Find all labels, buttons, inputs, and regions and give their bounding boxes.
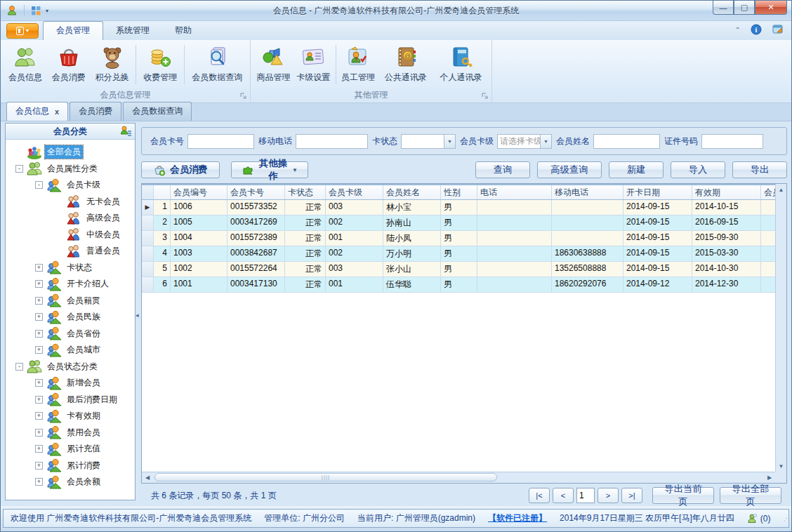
table-cell[interactable]: 正常 (285, 246, 326, 261)
column-header[interactable]: 性别 (441, 185, 477, 199)
table-cell[interactable]: 1004 (171, 231, 227, 246)
ribbon-employee-management-button[interactable]: 员工管理 (338, 42, 378, 84)
tree-item-20[interactable]: +会员余额 (6, 474, 135, 491)
table-cell[interactable]: 2014-10-30 (692, 262, 761, 277)
table-cell[interactable]: 伍华聪 (383, 277, 441, 292)
id-number-input[interactable] (701, 134, 763, 149)
tree-item-7[interactable]: +卡状态 (6, 260, 135, 277)
ribbon-public-contacts-button[interactable]: @ 公共通讯录 (378, 42, 433, 84)
table-cell[interactable]: 1003 (171, 246, 227, 261)
ribbon-points-exchange-button[interactable]: 积分兑换 (91, 42, 134, 84)
table-row[interactable]: 310040015572389正常001陆小凤男2014-09-152015-0… (142, 231, 775, 246)
column-header[interactable]: 会员姓名 (383, 185, 441, 199)
card-level-select[interactable]: 请选择卡级 ▼ (497, 134, 552, 149)
column-header[interactable]: 会员编号 (171, 185, 227, 199)
table-cell[interactable] (477, 262, 552, 277)
table-cell[interactable]: 正常 (285, 262, 326, 277)
tab-system-management[interactable]: 系统管理 (103, 22, 162, 40)
mobile-phone-input[interactable] (296, 134, 368, 149)
table-cell[interactable]: 林小宝 (383, 200, 441, 215)
tree-item-12[interactable]: +会员城市 (6, 342, 135, 359)
table-row[interactable]: 510020015572264正常003张小山男135265088882014-… (142, 262, 775, 277)
table-cell[interactable]: 13526508888 (552, 262, 623, 277)
collapse-ribbon-icon[interactable]: ⌃ (735, 26, 741, 34)
scroll-left-icon[interactable]: ◀ (142, 472, 153, 483)
maximize-button[interactable]: ▢ (734, 1, 755, 15)
expand-icon[interactable]: + (35, 280, 43, 288)
table-cell[interactable]: 正常 (285, 215, 326, 230)
table-cell[interactable]: 18620292076 (552, 277, 623, 292)
tree-item-9[interactable]: +会员籍贯 (6, 293, 135, 310)
tree-item-2[interactable]: -会员卡级 (6, 177, 135, 194)
dialog-launcher-icon[interactable] (240, 93, 247, 100)
tree-item-15[interactable]: +最后消费日期 (6, 392, 135, 408)
table-cell[interactable]: 1005 (171, 215, 227, 230)
expand-icon[interactable]: + (35, 297, 43, 305)
table-cell[interactable]: 正常 (285, 231, 326, 246)
expand-icon[interactable]: + (35, 264, 43, 272)
scroll-down-icon[interactable]: ▼ (776, 460, 786, 472)
table-cell[interactable]: 0003417130 (227, 277, 285, 292)
column-header[interactable]: 会员卡级 (326, 185, 383, 199)
tree-item-5[interactable]: 中级会员 (6, 227, 135, 244)
tree-item-14[interactable]: +新增会员 (6, 375, 135, 392)
doc-tab-member-consume[interactable]: 会员消费 (70, 102, 121, 121)
table-cell[interactable]: 2014-09-15 (623, 231, 692, 246)
tab-help[interactable]: 帮助 (162, 22, 204, 40)
tab-member-management[interactable]: 会员管理 (43, 21, 103, 40)
table-cell[interactable]: 0015572264 (227, 262, 285, 277)
table-cell[interactable]: 18630638888 (552, 246, 623, 261)
page-number-input[interactable] (576, 488, 595, 503)
table-row[interactable]: 210050003417269正常002孙南山男2014-09-152016-0… (142, 215, 775, 231)
scroll-up-icon[interactable]: ▲ (776, 184, 786, 195)
dropdown-icon[interactable]: ▼ (540, 135, 551, 148)
scrollbar-thumb[interactable] (154, 473, 497, 481)
table-cell[interactable]: 2015-09-30 (692, 231, 761, 246)
table-cell[interactable]: 003 (326, 200, 383, 215)
table-cell[interactable]: 孙南山 (383, 215, 441, 230)
expand-icon[interactable]: + (35, 478, 43, 486)
table-cell[interactable]: 0003842687 (227, 246, 285, 261)
table-cell[interactable] (552, 200, 623, 215)
info-icon[interactable]: i (751, 24, 762, 35)
table-cell[interactable] (477, 231, 552, 246)
query-button[interactable]: 查询 (475, 161, 530, 178)
tree-item-0[interactable]: 全部会员 (6, 144, 135, 161)
scroll-right-icon[interactable]: ▶ (764, 472, 775, 483)
table-cell[interactable] (761, 262, 775, 277)
ribbon-goods-management-button[interactable]: 商品管理 (253, 42, 293, 84)
dialog-launcher-icon[interactable] (482, 93, 489, 100)
tree-item-1[interactable]: -会员属性分类 (6, 161, 135, 178)
doc-tab-member-data-query[interactable]: 会员数据查询 (123, 102, 192, 121)
resize-grip[interactable]: ⋰ (783, 514, 791, 522)
table-cell[interactable]: 002 (326, 246, 383, 261)
first-page-button[interactable]: |< (529, 488, 550, 503)
dropdown-icon[interactable]: ▼ (444, 135, 455, 148)
table-cell[interactable]: 0015573352 (227, 200, 285, 215)
card-number-input[interactable] (187, 134, 254, 149)
expand-icon[interactable]: + (35, 396, 43, 404)
last-page-button[interactable]: >| (621, 488, 642, 503)
table-cell[interactable] (761, 277, 775, 292)
collapse-icon[interactable]: - (35, 181, 43, 189)
table-cell[interactable] (761, 200, 775, 215)
table-cell[interactable]: 2014-09-15 (623, 200, 692, 215)
card-status-select[interactable]: ▼ (401, 134, 456, 149)
table-cell[interactable]: 2014-09-15 (623, 246, 692, 261)
table-cell[interactable]: 2015-03-30 (692, 246, 761, 261)
table-cell[interactable]: 2014-10-15 (692, 200, 761, 215)
column-header[interactable]: 会员卡号 (227, 185, 285, 199)
tree-item-17[interactable]: +禁用会员 (6, 425, 135, 441)
table-cell[interactable] (552, 215, 623, 230)
tree-item-18[interactable]: +累计充值 (6, 441, 135, 458)
expand-icon[interactable]: + (35, 462, 43, 470)
table-cell[interactable]: 001 (326, 231, 383, 246)
table-cell[interactable]: 男 (441, 215, 477, 230)
column-header[interactable]: 卡状态 (285, 185, 326, 199)
export-all-pages-button[interactable]: 导出全部页 (720, 487, 781, 504)
table-cell[interactable]: 2014-09-12 (623, 277, 692, 292)
vertical-scrollbar[interactable]: ▲ ▼ (775, 184, 786, 472)
ribbon-member-info-button[interactable]: 会员信息 (4, 42, 47, 84)
table-cell[interactable]: 0015572389 (227, 231, 285, 246)
table-cell[interactable]: 张小山 (383, 262, 441, 277)
